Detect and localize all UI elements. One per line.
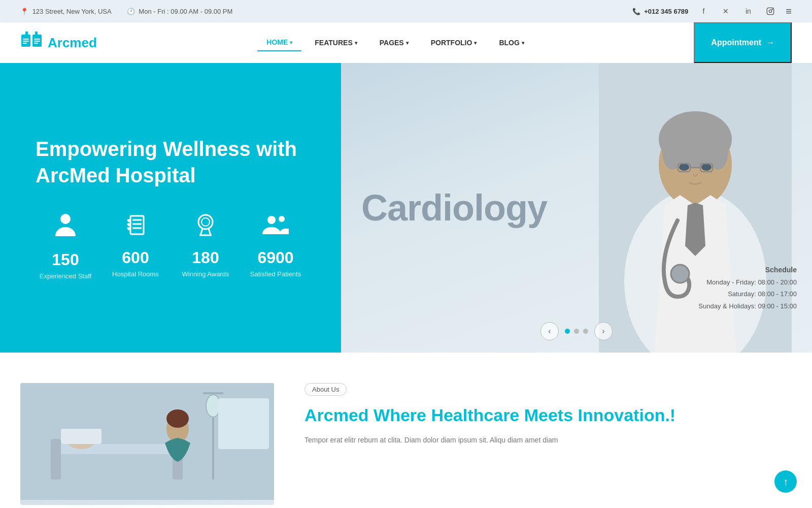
carousel-dot-1[interactable]	[565, 329, 570, 334]
logo-text: Arcmed	[48, 35, 97, 51]
nav-features[interactable]: FEATURES ▾	[306, 35, 366, 51]
carousel-controls: ‹ ›	[540, 322, 613, 340]
schedule-line-2: Saturday: 08:00 - 17:00	[698, 288, 797, 300]
scroll-up-icon: ↑	[783, 476, 788, 488]
checklist-icon	[123, 213, 148, 242]
svg-rect-44	[51, 439, 61, 480]
hero-section: Empowering Wellness with ArcMed Hospital…	[0, 63, 812, 353]
svg-rect-0	[767, 8, 774, 14]
svg-point-49	[166, 409, 189, 428]
stat-patients: 6900 Satisfied Patients	[246, 213, 306, 280]
stat-label-awards: Winning Awards	[182, 270, 229, 278]
svg-rect-5	[25, 31, 28, 36]
svg-line-25	[200, 229, 202, 235]
nav-links: HOME ▾ FEATURES ▾ PAGES ▾ PORTFOLIO ▾ BL…	[257, 34, 533, 51]
stat-label-rooms: Hospital Rooms	[112, 270, 159, 278]
nav-portfolio[interactable]: PORTFOLIO ▾	[422, 35, 486, 51]
svg-rect-11	[34, 41, 40, 42]
svg-point-23	[198, 215, 213, 229]
about-text: Tempor erat elitr rebum at clita. Diam d…	[304, 434, 792, 447]
stats-grid: 150 Experienced Staff	[36, 213, 306, 280]
navbar: Arcmed HOME ▾ FEATURES ▾ PAGES ▾ PORTFOL…	[0, 22, 812, 63]
svg-point-13	[60, 214, 71, 224]
patients-icon	[261, 213, 290, 242]
appointment-button[interactable]: Appointment →	[694, 22, 792, 63]
carousel-dots	[565, 329, 588, 334]
svg-rect-8	[23, 41, 29, 42]
topbar: 📍 123 Street, New York, USA 🕐 Mon - Fri …	[0, 0, 812, 22]
pages-dropdown-icon: ▾	[406, 40, 409, 46]
logo-icon	[20, 29, 43, 56]
facebook-icon[interactable]: f	[696, 4, 710, 18]
hero-title: Empowering Wellness with ArcMed Hospital	[36, 136, 306, 188]
svg-point-2	[772, 9, 772, 10]
about-image-svg	[20, 383, 274, 500]
stat-number-rooms: 600	[122, 248, 149, 267]
svg-rect-6	[35, 31, 38, 36]
svg-rect-9	[23, 43, 27, 44]
features-dropdown-icon: ▾	[355, 40, 357, 46]
appointment-arrow-icon: →	[766, 38, 774, 47]
clock-icon: 🕐	[127, 8, 135, 15]
specialty-text: Cardiology	[361, 187, 547, 229]
hero-right-panel: Cardiology Schedule Monday - Friday: 08:…	[341, 63, 812, 353]
svg-point-52	[206, 395, 220, 417]
carousel-prev-button[interactable]: ‹	[540, 322, 559, 340]
topbar-right: 📞 +012 345 6789 f ✕ in ≡	[632, 4, 792, 18]
svg-point-38	[701, 164, 712, 171]
stat-experienced-staff: 150 Experienced Staff	[36, 213, 95, 280]
schedule-box: Schedule Monday - Friday: 08:00 - 20:00 …	[698, 264, 797, 312]
hamburger-menu-icon[interactable]: ≡	[786, 6, 792, 17]
linkedin-icon[interactable]: in	[741, 4, 755, 18]
stat-awards: 180 Winning Awards	[176, 213, 235, 280]
svg-rect-7	[23, 39, 29, 40]
about-content: About Us Arcmed Where Healthcare Meets I…	[304, 383, 792, 447]
nav-home[interactable]: HOME ▾	[257, 34, 301, 51]
stat-label-staff: Experienced Staff	[40, 272, 91, 280]
svg-point-28	[267, 216, 276, 224]
phone-number[interactable]: 📞 +012 345 6789	[632, 8, 689, 15]
svg-rect-47	[61, 429, 101, 444]
schedule-line-1: Monday - Friday: 08:00 - 20:00	[698, 276, 797, 288]
about-section: About Us Arcmed Where Healthcare Meets I…	[0, 353, 812, 508]
scroll-to-top-button[interactable]: ↑	[774, 470, 797, 493]
stat-number-awards: 180	[192, 248, 219, 267]
home-dropdown-icon: ▾	[290, 40, 292, 45]
schedule-line-3: Sunday & Holidays: 09:00 - 15:00	[698, 300, 797, 312]
carousel-dot-3[interactable]	[583, 329, 588, 334]
hours: 🕐 Mon - Fri : 09.00 AM - 09.00 PM	[127, 8, 233, 15]
about-image	[20, 383, 274, 505]
svg-point-1	[769, 10, 772, 12]
nav-pages[interactable]: PAGES ▾	[370, 35, 418, 51]
carousel-next-button[interactable]: ›	[594, 322, 613, 340]
svg-rect-16	[130, 216, 144, 234]
blog-dropdown-icon: ▾	[522, 40, 524, 46]
stat-number-patients: 6900	[257, 248, 293, 267]
location-icon: 📍	[20, 8, 28, 15]
address: 📍 123 Street, New York, USA	[20, 8, 112, 15]
svg-rect-53	[218, 398, 269, 449]
svg-rect-12	[34, 43, 38, 44]
carousel-dot-2[interactable]	[574, 329, 579, 334]
about-image-visual	[20, 383, 274, 505]
hero-left-panel: Empowering Wellness with ArcMed Hospital…	[0, 63, 341, 353]
topbar-left: 📍 123 Street, New York, USA 🕐 Mon - Fri …	[20, 8, 232, 15]
portfolio-dropdown-icon: ▾	[474, 40, 477, 46]
instagram-icon[interactable]	[763, 4, 777, 18]
stat-label-patients: Satisfied Patients	[250, 270, 301, 278]
about-title: Arcmed Where Healthcare Meets Innovation…	[304, 404, 792, 426]
svg-point-29	[279, 216, 285, 222]
svg-line-26	[209, 229, 211, 235]
phone-icon: 📞	[632, 8, 640, 15]
svg-point-37	[679, 164, 689, 171]
svg-rect-10	[34, 39, 40, 40]
nav-blog[interactable]: BLOG ▾	[490, 35, 533, 51]
doctor-icon	[52, 213, 79, 244]
award-icon	[193, 213, 218, 242]
about-tag: About Us	[304, 383, 347, 396]
stat-hospital-rooms: 600 Hospital Rooms	[106, 213, 165, 280]
twitter-x-icon[interactable]: ✕	[719, 4, 733, 18]
svg-point-36	[671, 265, 689, 283]
stat-number-staff: 150	[52, 250, 79, 269]
logo[interactable]: Arcmed	[20, 29, 97, 56]
